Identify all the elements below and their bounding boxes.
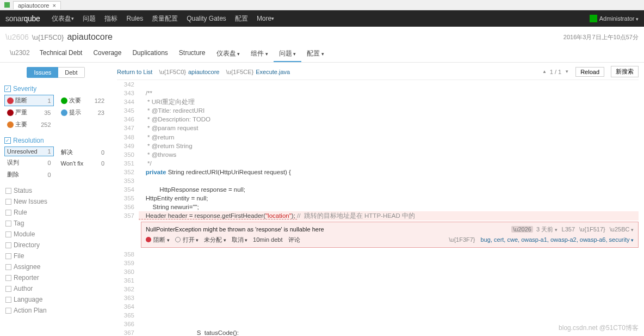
permalink-icon[interactable]: \u{1F517} xyxy=(579,226,605,233)
severity-icon xyxy=(7,109,14,116)
checkbox-icon xyxy=(5,199,11,205)
tags-icon: \u{1F3F7} xyxy=(449,236,475,243)
project-tab-7[interactable]: 配置 xyxy=(301,46,330,62)
project-tab-1[interactable]: Coverage xyxy=(88,46,127,62)
checkbox-icon xyxy=(5,275,11,281)
project-tab-3[interactable]: Structure xyxy=(174,46,211,62)
project-tab-2[interactable]: Duplications xyxy=(127,46,173,62)
code-line: */ xyxy=(139,159,639,168)
code-line: HttpEntity entity = null; xyxy=(139,194,639,203)
line-number: 347 xyxy=(117,124,139,132)
facet-assignee[interactable]: Assignee xyxy=(0,261,112,272)
new-search-button[interactable]: 新搜索 xyxy=(611,66,639,77)
next-icon[interactable]: ▼ xyxy=(565,69,569,74)
project-tab-6[interactable]: 问题 xyxy=(274,46,302,62)
issue-line[interactable]: L357 xyxy=(562,226,575,233)
severity-icon xyxy=(7,97,14,104)
tab-issues[interactable]: Issues xyxy=(27,67,58,78)
line-number: 348 xyxy=(117,133,139,142)
facet-module[interactable]: Module xyxy=(0,229,112,240)
project-tab-0[interactable]: Technical Debt xyxy=(34,46,88,62)
admin-menu[interactable]: Administrator xyxy=(590,15,639,22)
code-line xyxy=(139,311,639,320)
project-tab-4[interactable]: 仪表盘 xyxy=(211,46,246,62)
project-tab-5[interactable]: 组件 xyxy=(245,46,274,62)
comment-link[interactable]: 评论 xyxy=(288,236,300,244)
checkbox-icon xyxy=(5,188,11,194)
facet-item[interactable]: Won't fix0 xyxy=(58,158,108,168)
facet-item[interactable]: 误判0 xyxy=(4,157,54,168)
facet-item[interactable]: 阻断1 xyxy=(4,95,54,106)
facet-item[interactable]: 提示23 xyxy=(58,107,108,118)
facet-item[interactable]: 严重35 xyxy=(4,107,54,118)
source-toolbar: Return to List \u{1F5C0} apiautocore \u{… xyxy=(117,66,639,80)
nav-配置[interactable]: 配置 xyxy=(231,10,252,27)
facet-item[interactable]: Unresolved1 xyxy=(4,146,54,156)
checkbox-icon xyxy=(5,210,11,216)
checkbox-icon xyxy=(5,231,11,237)
browser-tab[interactable]: apiautocore × xyxy=(13,1,61,9)
close-icon[interactable]: × xyxy=(53,2,56,9)
facet-item[interactable]: 主要252 xyxy=(4,119,54,130)
facet-new-issues[interactable]: New Issues xyxy=(0,196,112,207)
line-number: 346 xyxy=(117,115,139,124)
plan-select[interactable]: 取消 xyxy=(232,236,248,244)
code-line: * @return xyxy=(139,133,639,142)
return-to-list-link[interactable]: Return to List xyxy=(117,69,152,75)
code-line: HttpResponse response = null; xyxy=(139,185,639,194)
pager-position: 1 / 1 xyxy=(550,69,561,75)
project-name[interactable]: apiautocore xyxy=(67,32,113,42)
facet-item[interactable]: 次要122 xyxy=(58,95,108,106)
nav-quality-gates[interactable]: Quality Gates xyxy=(182,10,231,27)
facet-directory[interactable]: Directory xyxy=(0,240,112,251)
facet-author[interactable]: Author xyxy=(0,283,112,294)
nav-more[interactable]: More xyxy=(252,10,278,27)
facet-file[interactable]: File xyxy=(0,251,112,261)
issue-pager: ▲ 1 / 1 ▼ xyxy=(542,69,569,75)
facet-resolution-header[interactable]: Resolution xyxy=(4,135,107,146)
assign-select[interactable]: 未分配 xyxy=(204,236,226,244)
avatar-icon xyxy=(590,15,597,22)
facet-tag[interactable]: Tag xyxy=(0,218,112,229)
home-icon[interactable]: \u2302 xyxy=(5,46,34,62)
code-line: Header header = response.getFirstHeader(… xyxy=(139,211,639,220)
folder-icon: \u{1F5C0} xyxy=(159,69,186,75)
breadcrumb-project[interactable]: \u{1F5C0} apiautocore xyxy=(159,69,219,75)
folder-icon: \u{1F5C0} xyxy=(32,33,64,41)
facet-action-plan[interactable]: Action Plan xyxy=(0,305,112,316)
line-number: 354 xyxy=(117,185,139,194)
facet-reporter[interactable]: Reporter xyxy=(0,272,112,283)
facet-language[interactable]: Language xyxy=(0,294,112,305)
facet-item[interactable]: 删除0 xyxy=(4,169,54,180)
reload-button[interactable]: Reload xyxy=(575,67,604,77)
analysis-timestamp: 2016年3月7日上午10点57分 xyxy=(564,33,639,41)
nav-仪表盘[interactable]: 仪表盘 xyxy=(47,10,78,27)
code-line xyxy=(139,259,639,267)
line-number: 344 xyxy=(117,97,139,106)
nav-指标[interactable]: 指标 xyxy=(100,10,122,27)
tab-debt[interactable]: Debt xyxy=(58,67,84,78)
facet-item[interactable]: 解决0 xyxy=(58,146,108,158)
issue-tags[interactable]: bug, cert, cwe, owasp-a1, owasp-a2, owas… xyxy=(481,236,634,243)
filter-icon[interactable]: \u25BC xyxy=(610,226,634,233)
checkbox-icon xyxy=(5,242,11,248)
facet-rule[interactable]: Rule xyxy=(0,207,112,218)
checkbox-icon xyxy=(5,253,11,259)
severity-select[interactable]: 阻断 xyxy=(153,236,170,244)
nav-问题[interactable]: 问题 xyxy=(78,10,100,27)
status-select[interactable]: 打开 xyxy=(183,236,199,244)
line-number: 343 xyxy=(117,89,139,97)
nav-质量配置[interactable]: 质量配置 xyxy=(147,10,182,27)
facet-status[interactable]: Status xyxy=(0,185,112,196)
issue-age[interactable]: 3 天前 xyxy=(536,225,558,234)
breadcrumb-file[interactable]: \u{1F5CE} Execute.java xyxy=(226,69,290,75)
tab-title: apiautocore xyxy=(18,2,49,9)
nav-rules[interactable]: Rules xyxy=(122,10,147,27)
facet-severity-header[interactable]: Severity xyxy=(4,83,107,94)
more-icon[interactable]: \u2026 xyxy=(511,226,533,233)
prev-icon[interactable]: ▲ xyxy=(542,69,547,74)
issue-box[interactable]: NullPointerException might be thrown as … xyxy=(141,222,639,248)
sonarqube-logo[interactable]: sonarqube xyxy=(5,14,40,23)
favorite-icon[interactable]: \u2606 xyxy=(5,33,29,41)
code-line xyxy=(139,80,639,89)
